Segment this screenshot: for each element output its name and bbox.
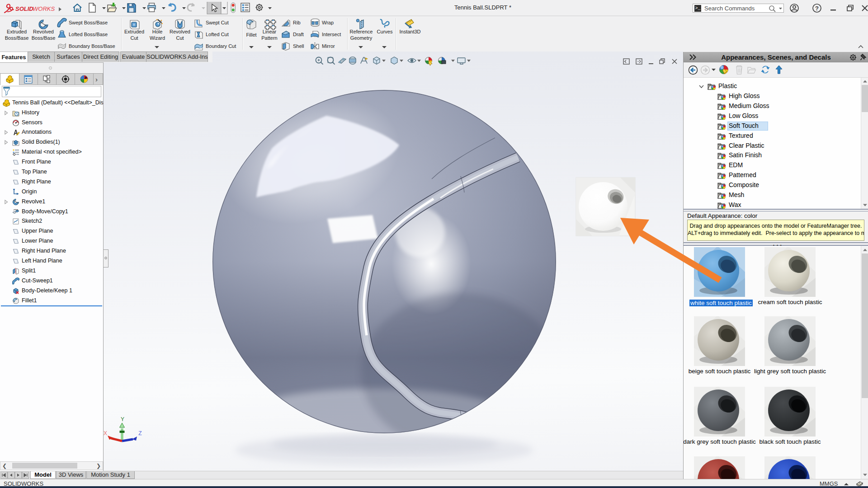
svg-text:Y: Y	[121, 416, 124, 422]
svg-text:Instant3D: Instant3D	[399, 29, 420, 34]
svg-text:Revolved: Revolved	[170, 29, 190, 34]
svg-text:Pattern: Pattern	[261, 35, 277, 41]
svg-text:Extruded: Extruded	[124, 29, 144, 34]
svg-text:Hole: Hole	[152, 29, 163, 34]
svg-text:Boss/Base: Boss/Base	[5, 35, 29, 41]
svg-text:?: ?	[815, 5, 819, 12]
svg-text:Fillet: Fillet	[246, 32, 256, 38]
svg-text:X: X	[104, 430, 107, 436]
svg-text:Wrap: Wrap	[322, 20, 334, 25]
svg-text:SOLID: SOLID	[15, 5, 33, 12]
svg-text:Intersect: Intersect	[322, 32, 341, 37]
svg-text:Lofted Boss/Base: Lofted Boss/Base	[69, 32, 108, 37]
svg-text:Reference: Reference	[350, 29, 373, 34]
svg-text:Z: Z	[138, 430, 142, 436]
svg-text:Shell: Shell	[293, 43, 304, 49]
svg-text:Extruded: Extruded	[7, 29, 27, 34]
svg-text:Wizard: Wizard	[150, 35, 165, 41]
svg-text:Linear: Linear	[263, 29, 277, 34]
svg-text:Swept Boss/Base: Swept Boss/Base	[69, 20, 108, 25]
svg-text:Boundary Boss/Base: Boundary Boss/Base	[69, 43, 115, 49]
svg-text:Geometry: Geometry	[350, 35, 373, 41]
svg-text:Swept Cut: Swept Cut	[206, 20, 229, 25]
svg-text:Boundary Cut: Boundary Cut	[206, 43, 236, 49]
svg-text:Revolved: Revolved	[33, 29, 54, 34]
svg-text:Cut: Cut	[130, 35, 138, 41]
svg-text:Curves: Curves	[377, 29, 393, 34]
svg-text:Rib: Rib	[293, 20, 301, 25]
svg-text:WORKS: WORKS	[33, 5, 55, 12]
svg-text:Mirror: Mirror	[322, 43, 335, 49]
svg-text:Lofted Cut: Lofted Cut	[206, 32, 229, 37]
svg-text:Cut: Cut	[176, 35, 184, 41]
svg-text:Boss/Base: Boss/Base	[32, 35, 56, 41]
svg-text:Draft: Draft	[293, 32, 304, 37]
